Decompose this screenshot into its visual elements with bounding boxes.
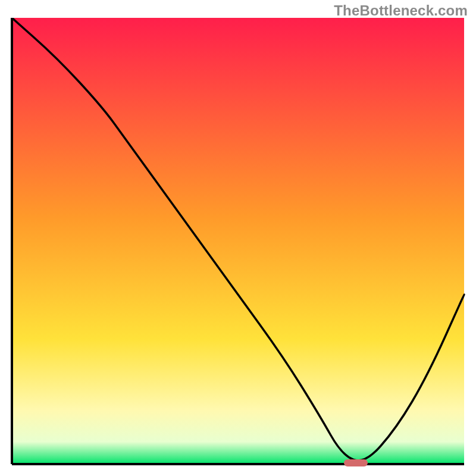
- watermark-text: TheBottleneck.com: [334, 2, 468, 19]
- chart-container: TheBottleneck.com: [0, 0, 476, 476]
- bottleneck-chart: [6, 18, 470, 475]
- optimal-marker: [344, 459, 368, 466]
- plot-background: [12, 18, 464, 464]
